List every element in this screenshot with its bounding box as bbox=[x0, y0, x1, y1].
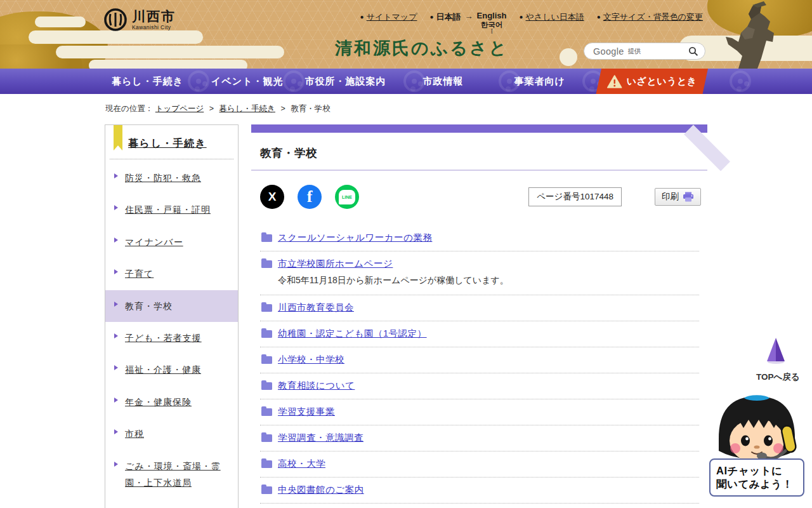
sidebar-item-kosodate[interactable]: 子育て bbox=[105, 258, 238, 290]
folder-icon bbox=[261, 260, 272, 268]
content-link[interactable]: 学習支援事業 bbox=[278, 406, 335, 418]
cloud-decoration bbox=[560, 48, 577, 66]
content-link[interactable]: スクールソーシャルワーカーの業務 bbox=[278, 232, 432, 244]
sidebar-item-mynumber[interactable]: マイナンバー bbox=[105, 226, 238, 258]
language-switcher[interactable]: English 한국어 ⋮ bbox=[477, 11, 507, 34]
x-share-icon[interactable]: X bbox=[260, 185, 284, 209]
back-to-top-label: TOPへ戻る bbox=[756, 371, 796, 383]
arrow-right-icon: → bbox=[465, 11, 473, 21]
printer-icon bbox=[683, 192, 694, 202]
triangle-bullet-icon bbox=[114, 302, 118, 307]
triangle-bullet-icon bbox=[114, 173, 118, 178]
triangle-bullet-icon bbox=[114, 398, 118, 403]
breadcrumb-current: 教育・学校 bbox=[291, 104, 331, 113]
line-bubble-icon: LINE bbox=[339, 190, 355, 204]
page: 川西市 Kawanishi City ● サイトマップ ● 日本語 → Engl… bbox=[0, 0, 812, 508]
sidebar-item-bosai[interactable]: 防災・防犯・救急 bbox=[105, 162, 238, 194]
cloud-decoration bbox=[56, 46, 284, 58]
city-name-en: Kawanishi City bbox=[132, 25, 176, 30]
bullet-icon: ● bbox=[519, 11, 523, 22]
triangle-bullet-icon bbox=[114, 269, 118, 274]
bookmark-ribbon-icon bbox=[114, 125, 122, 150]
easy-japanese-link[interactable]: やさしい日本語 bbox=[526, 11, 584, 23]
list-item: 高校・大学 bbox=[260, 451, 699, 478]
mascot-image bbox=[709, 389, 804, 466]
page-number-badge: ページ番号1017448 bbox=[528, 187, 622, 206]
city-tagline: 清和源氏のふるさと bbox=[335, 37, 508, 60]
ai-chat-label: AIチャットに 聞いてみよう！ bbox=[709, 458, 804, 497]
sidebar-item-gomi[interactable]: ごみ・環境・斎場・霊園・上下水道局 bbox=[105, 450, 238, 499]
utility-links: ● サイトマップ ● 日本語 → English 한국어 ⋮ ● やさしい日本語… bbox=[360, 11, 703, 34]
sidebar: 暮らし・手続き 防災・防犯・救急 住民票・戸籍・証明 マイナンバー 子育て 教育… bbox=[105, 124, 239, 508]
sidebar-item-kyoiku-active[interactable]: 教育・学校 bbox=[105, 290, 238, 322]
divider bbox=[251, 170, 707, 171]
folder-icon bbox=[261, 460, 272, 468]
content-link[interactable]: 高校・大学 bbox=[278, 458, 325, 470]
content-link[interactable]: 市立学校園所ホームページ bbox=[278, 258, 393, 270]
nav-item-shisei[interactable]: 市政情報 bbox=[422, 76, 463, 88]
list-item: 市立学校園所ホームページ 令和5年11月18日から新ホームページが稼働しています… bbox=[260, 251, 699, 295]
triangle-bullet-icon bbox=[114, 462, 118, 467]
folder-icon bbox=[261, 434, 272, 442]
sidebar-item-shizei[interactable]: 市税 bbox=[105, 418, 238, 450]
sidebar-item-nenkin[interactable]: 年金・健康保険 bbox=[105, 386, 238, 418]
breadcrumb: 現在の位置： トップページ > 暮らし・手続き > 教育・学校 bbox=[105, 104, 812, 114]
list-item: 中央図書館のご案内 bbox=[260, 478, 699, 504]
list-item: 学習調査・意識調査 bbox=[260, 425, 699, 451]
link-description: 令和5年11月18日から新ホームページが稼働しています。 bbox=[278, 275, 699, 286]
sidebar-title[interactable]: 暮らし・手続き bbox=[128, 138, 207, 149]
ai-chat-button[interactable]: AIチャットに 聞いてみよう！ bbox=[709, 389, 804, 497]
list-item: 教育相談について bbox=[260, 373, 699, 399]
bullet-icon: ● bbox=[597, 11, 601, 22]
folder-icon bbox=[261, 382, 272, 390]
list-item: 幼稚園・認定こども園（1号認定） bbox=[260, 321, 699, 347]
sitemap-link[interactable]: サイトマップ bbox=[367, 11, 417, 23]
samurai-statue-image bbox=[719, 0, 785, 69]
nav-item-event[interactable]: イベント・観光 bbox=[211, 76, 283, 88]
breadcrumb-link-kurashi[interactable]: 暮らし・手続き bbox=[219, 104, 275, 113]
folder-icon bbox=[261, 330, 272, 338]
text-size-link[interactable]: 文字サイズ・背景色の変更 bbox=[603, 11, 703, 23]
sidebar-item-juminhyo[interactable]: 住民票・戸籍・証明 bbox=[105, 194, 238, 225]
search-icon[interactable] bbox=[688, 46, 698, 57]
japanese-link[interactable]: 日本語 bbox=[436, 11, 461, 23]
triangle-bullet-icon bbox=[114, 333, 118, 338]
bullet-icon: ● bbox=[360, 11, 364, 22]
triangle-bullet-icon bbox=[114, 237, 118, 243]
sidebar-item-shimin[interactable]: 市民活動・人権・生涯学習 bbox=[105, 498, 238, 508]
nav-item-kurashi[interactable]: 暮らし・手続き bbox=[112, 76, 183, 88]
back-to-top-button[interactable]: TOPへ戻る bbox=[756, 337, 796, 383]
triangle-bullet-icon bbox=[114, 429, 118, 434]
folder-icon bbox=[261, 234, 272, 242]
more-languages-icon[interactable]: ⋮ bbox=[488, 29, 494, 34]
sidebar-item-fukushi[interactable]: 福祉・介護・健康 bbox=[105, 354, 238, 385]
site-header: 川西市 Kawanishi City ● サイトマップ ● 日本語 → Engl… bbox=[0, 0, 812, 69]
english-link[interactable]: English bbox=[477, 11, 507, 21]
share-toolbar: X f LINE ページ番号1017448 印刷 bbox=[260, 185, 707, 209]
content-link[interactable]: 学習調査・意識調査 bbox=[278, 432, 363, 444]
content-link[interactable]: 川西市教育委員会 bbox=[278, 302, 354, 314]
facebook-share-icon[interactable]: f bbox=[298, 185, 322, 209]
city-logo[interactable]: 川西市 Kawanishi City bbox=[104, 8, 176, 31]
title-ribbon-decoration bbox=[251, 124, 707, 133]
content-link[interactable]: 小学校・中学校 bbox=[278, 354, 344, 366]
content-link[interactable]: 教育相談について bbox=[278, 380, 355, 392]
emergency-button[interactable]: いざというとき bbox=[596, 69, 708, 94]
main-content: 教育・学校 X f LINE ページ番号1017448 印刷 bbox=[251, 124, 707, 508]
breadcrumb-prefix: 現在の位置： bbox=[105, 104, 153, 113]
content-link[interactable]: 幼稚園・認定こども園（1号認定） bbox=[278, 328, 427, 340]
print-button[interactable]: 印刷 bbox=[655, 188, 701, 206]
content-link[interactable]: 中央図書館のご案内 bbox=[278, 484, 364, 496]
list-item: 学習支援事業 bbox=[260, 399, 699, 425]
triangle-bullet-icon bbox=[114, 205, 118, 210]
nav-item-shiyakusho[interactable]: 市役所・施設案内 bbox=[304, 76, 386, 88]
line-share-icon[interactable]: LINE bbox=[335, 185, 359, 209]
provided-by-label: 提供 bbox=[628, 47, 641, 56]
search-input[interactable]: Google 提供 bbox=[584, 43, 705, 60]
page-title: 教育・学校 bbox=[260, 145, 707, 161]
breadcrumb-link-top[interactable]: トップページ bbox=[155, 104, 204, 113]
nav-item-jigyosha[interactable]: 事業者向け bbox=[514, 76, 565, 88]
folder-icon bbox=[261, 408, 272, 416]
content-link-list: スクールソーシャルワーカーの業務 市立学校園所ホームページ 令和5年11月18日… bbox=[260, 225, 699, 508]
sidebar-item-kodomo[interactable]: 子ども・若者支援 bbox=[105, 322, 238, 354]
